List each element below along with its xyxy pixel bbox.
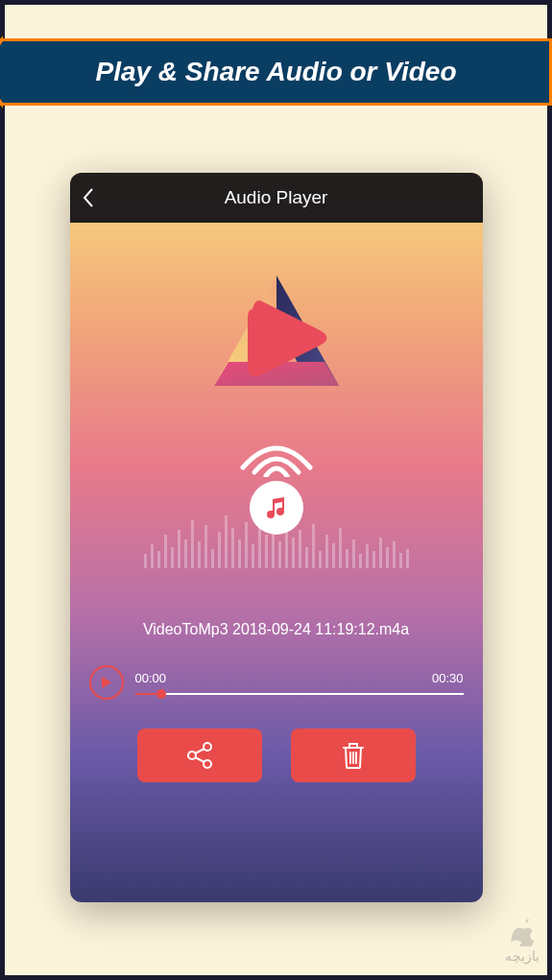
trash-icon [341, 741, 366, 770]
watermark: بازیچه [505, 916, 540, 964]
progress-section: 00:00 00:30 [89, 665, 464, 700]
delete-button[interactable] [291, 729, 416, 782]
audio-filename: VideoToMp3 2018-09-24 11:19:12.m4a [143, 621, 409, 638]
triangle-play-logo [200, 261, 353, 415]
app-bar: Audio Player [70, 173, 483, 223]
time-current: 00:00 [135, 671, 167, 685]
action-buttons [137, 729, 416, 782]
share-button[interactable] [137, 729, 262, 782]
equalizer-visual [70, 511, 483, 568]
svg-line-3 [195, 749, 204, 753]
phone-mockup: Audio Player [70, 173, 483, 902]
svg-line-4 [195, 757, 204, 762]
progress-handle[interactable] [156, 689, 166, 699]
player-content: VideoToMp3 2018-09-24 11:19:12.m4a 00:00… [70, 223, 483, 902]
play-icon [101, 676, 112, 689]
watermark-text: بازیچه [505, 948, 540, 964]
chevron-left-icon [82, 187, 95, 208]
app-title: Audio Player [110, 187, 443, 208]
play-button[interactable] [89, 665, 124, 700]
wifi-icon [233, 434, 320, 477]
promo-banner: Play & Share Audio or Video [0, 38, 552, 106]
share-icon [185, 741, 214, 770]
progress-bar[interactable]: 00:00 00:30 [135, 671, 464, 695]
back-button[interactable] [82, 173, 110, 223]
banner-title: Play & Share Audio or Video [95, 57, 456, 87]
apple-icon [509, 916, 536, 946]
promo-frame: Play & Share Audio or Video Audio Player [0, 0, 552, 980]
time-total: 00:30 [432, 671, 464, 685]
time-labels: 00:00 00:30 [135, 671, 464, 685]
